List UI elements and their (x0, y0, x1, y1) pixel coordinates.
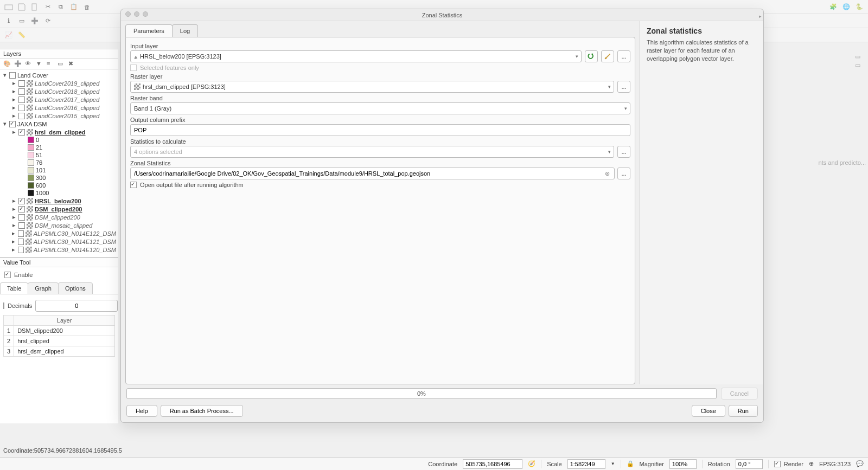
lock-icon[interactable]: 🔒 (627, 460, 634, 467)
add-group-icon[interactable]: ➕ (14, 60, 22, 68)
group-checkbox[interactable] (9, 121, 16, 127)
advanced-options-button[interactable] (601, 50, 614, 62)
tab-options[interactable]: Options (58, 282, 93, 294)
layer-name[interactable]: ALPSMLC30_N014E121_DSM (34, 239, 116, 245)
rotation-input[interactable] (736, 459, 763, 469)
save-icon[interactable] (16, 2, 27, 12)
eye-icon[interactable]: 👁 (25, 60, 33, 68)
layer-checkbox[interactable] (18, 198, 25, 204)
paste-icon[interactable]: 📋 (68, 2, 79, 12)
plugin-icon[interactable]: 🧩 (828, 2, 839, 12)
group-name[interactable]: JAXA DSM (17, 121, 47, 127)
tab-graph[interactable]: Graph (28, 282, 59, 294)
coord-input[interactable] (463, 459, 522, 469)
layer-checkbox[interactable] (18, 214, 25, 221)
layer-name[interactable]: ALPSMLC30_N014E122_DSM (34, 230, 116, 237)
group-name[interactable]: Land Cover (17, 72, 48, 79)
refresh-icon[interactable]: ⟳ (42, 16, 53, 27)
enable-checkbox[interactable]: Enable (0, 269, 118, 280)
iterate-features-button[interactable] (585, 50, 598, 62)
python-icon[interactable]: 🐍 (854, 2, 865, 12)
filter-icon[interactable]: ▼ (36, 60, 43, 68)
open-icon[interactable] (3, 2, 14, 12)
cut-icon[interactable]: ✂ (42, 2, 53, 12)
output-prefix-input[interactable] (130, 124, 630, 136)
dropdown-icon[interactable]: ▼ (611, 461, 615, 466)
layer-name[interactable]: LandCover2019_clipped (35, 80, 99, 87)
expander-icon[interactable]: ▸ (11, 112, 17, 119)
render-checkbox[interactable]: Render (774, 461, 803, 467)
expander-icon[interactable]: ▸ (11, 88, 17, 95)
layer-name[interactable]: DSM_clipped200 (35, 206, 82, 213)
layer-name[interactable]: HRSL_below200 (35, 198, 81, 204)
expander-icon[interactable]: ▸ (11, 197, 17, 204)
layer-checkbox[interactable] (18, 88, 25, 95)
messages-icon[interactable]: 💬 (856, 460, 864, 467)
extent-icon[interactable]: 🧭 (528, 460, 535, 467)
chart-icon[interactable]: 📈 (3, 30, 14, 41)
layer-name[interactable]: DSM_clipped200 (35, 214, 80, 221)
expander-icon[interactable]: ▸ (11, 128, 17, 136)
expander-icon[interactable]: ▸ (11, 214, 17, 221)
expander-icon[interactable]: ▾ (2, 72, 8, 79)
layer-name[interactable]: LandCover2016_clipped (35, 105, 99, 111)
layer-checkbox[interactable] (18, 113, 25, 119)
layer-checkbox[interactable] (18, 206, 25, 213)
zonal-output-input[interactable] (130, 168, 615, 179)
layer-checkbox[interactable] (18, 247, 24, 253)
layer-name[interactable]: LandCover2017_clipped (35, 96, 99, 103)
stats-calc-combo[interactable]: 4 options selected (130, 146, 614, 158)
layer-checkbox[interactable] (18, 230, 24, 237)
group-checkbox[interactable] (9, 72, 16, 79)
expander-icon[interactable]: ▸ (11, 222, 17, 229)
new-icon[interactable] (29, 2, 40, 12)
layer-checkbox[interactable] (18, 80, 25, 87)
tab-log[interactable]: Log (172, 24, 198, 37)
layer-name[interactable]: DSM_mosaic_clipped (35, 222, 92, 229)
crs-icon[interactable]: ⊕ (809, 460, 814, 467)
close-window-icon[interactable] (125, 11, 131, 17)
layer-checkbox[interactable] (18, 96, 25, 103)
browse-output-button[interactable]: ... (617, 168, 630, 179)
expander-icon[interactable]: ▾ (2, 120, 8, 127)
layers-tree[interactable]: ▾Land Cover▸LandCover2019_clipped▸LandCo… (0, 70, 118, 257)
layer-checkbox[interactable] (18, 239, 24, 245)
layer-name[interactable]: LandCover2015_clipped (35, 113, 99, 119)
dock-icon[interactable]: ▭ (855, 62, 863, 69)
decimals-input[interactable] (35, 300, 118, 312)
stats-options-button[interactable]: ... (617, 146, 630, 158)
browse-raster-button[interactable]: ... (617, 81, 630, 93)
input-layer-combo[interactable]: ⟁HRSL_below200 [EPSG:3123] (130, 50, 582, 62)
measure-icon[interactable]: 📏 (16, 30, 27, 41)
expander-icon[interactable]: ▸ (11, 96, 17, 103)
tab-parameters[interactable]: Parameters (125, 24, 173, 37)
remove-icon[interactable]: ✖ (68, 60, 76, 68)
layer-name[interactable]: ALPSMLC30_N014E120_DSM (34, 247, 116, 253)
dialog-titlebar[interactable]: Zonal Statistics (121, 9, 763, 21)
layer-checkbox[interactable] (18, 105, 25, 111)
browse-input-button[interactable]: ... (617, 50, 630, 62)
scale-input[interactable] (567, 459, 605, 469)
add-layer-icon[interactable]: ➕ (29, 16, 40, 27)
copy-icon[interactable]: ⧉ (55, 2, 66, 12)
maximize-window-icon[interactable] (143, 11, 148, 17)
dock-icon[interactable]: ▭ (855, 53, 863, 61)
open-output-checkbox[interactable]: Open output file after running algorithm (130, 182, 630, 188)
raster-layer-combo[interactable]: hrsl_dsm_clipped [EPSG:3123] (130, 81, 614, 93)
layer-name[interactable]: hrsl_dsm_clipped (35, 129, 86, 136)
raster-band-combo[interactable]: Band 1 (Gray) (130, 102, 630, 114)
expander-icon[interactable]: ▸ (11, 80, 17, 87)
epsg-label[interactable]: EPSG:3123 (819, 461, 851, 467)
decimals-checkbox[interactable] (3, 302, 4, 309)
batch-button[interactable]: Run as Batch Process... (161, 405, 243, 417)
select-icon[interactable]: ▭ (16, 16, 27, 27)
close-button[interactable]: Close (692, 405, 725, 417)
collapse-icon[interactable]: ▭ (58, 60, 65, 68)
identify-icon[interactable]: ℹ (3, 16, 14, 27)
expander-icon[interactable]: ▸ (11, 104, 17, 111)
expander-icon[interactable]: ▸ (11, 238, 16, 245)
magnifier-input[interactable] (669, 459, 697, 469)
delete-icon[interactable]: 🗑 (81, 2, 92, 12)
expander-icon[interactable]: ▸ (11, 205, 17, 213)
minimize-window-icon[interactable] (134, 11, 139, 17)
